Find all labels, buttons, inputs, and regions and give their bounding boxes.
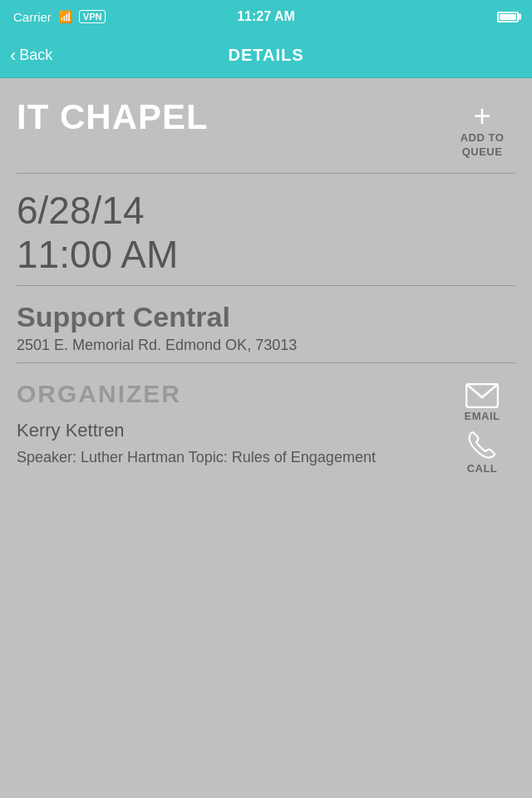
back-label: Back: [19, 47, 52, 64]
content-area: IT CHAPEL + ADD TO QUEUE 6/28/14 11:00 A…: [0, 78, 532, 798]
phone-icon: [468, 431, 496, 461]
event-date: 6/28/14: [17, 189, 515, 233]
back-button[interactable]: ‹ Back: [10, 47, 52, 65]
nav-bar: ‹ Back DETAILS: [0, 33, 532, 78]
organizer-details: Speaker: Luther Hartman Topic: Rules of …: [17, 446, 449, 468]
email-icon: [466, 383, 499, 408]
email-button[interactable]: EMAIL: [465, 383, 500, 422]
contact-buttons: EMAIL CALL: [449, 380, 515, 475]
location-name: Support Central: [17, 301, 515, 333]
plus-icon: +: [473, 101, 490, 131]
location-address: 2501 E. Memorial Rd. Edmond OK, 73013: [17, 337, 515, 354]
divider-1: [17, 173, 515, 174]
title-row: IT CHAPEL + ADD TO QUEUE: [17, 98, 515, 160]
organizer-section: ORGANIZER Kerry Kettren Speaker: Luther …: [17, 380, 449, 468]
call-button[interactable]: CALL: [467, 431, 498, 475]
nav-title: DETAILS: [228, 46, 303, 65]
add-to-queue-label: ADD TO QUEUE: [461, 131, 505, 160]
organizer-name: Kerry Kettren: [17, 420, 449, 441]
event-time: 11:00 AM: [17, 233, 515, 277]
location-section: Support Central 2501 E. Memorial Rd. Edm…: [17, 301, 515, 354]
add-to-queue-button[interactable]: + ADD TO QUEUE: [449, 98, 515, 160]
event-title: IT CHAPEL: [17, 98, 449, 136]
wifi-icon: 📶: [58, 10, 72, 23]
divider-2: [17, 285, 515, 286]
status-bar: Carrier 📶 VPN 11:27 AM: [0, 0, 532, 33]
battery-icon: [497, 12, 519, 22]
carrier-label: Carrier: [13, 10, 52, 24]
organizer-row: ORGANIZER Kerry Kettren Speaker: Luther …: [17, 380, 515, 475]
organizer-label: ORGANIZER: [17, 380, 449, 408]
status-time: 11:27 AM: [237, 9, 295, 24]
email-label: EMAIL: [465, 410, 500, 422]
status-right: [497, 12, 519, 22]
vpn-badge: VPN: [79, 10, 106, 23]
event-date-time: 6/28/14 11:00 AM: [17, 189, 515, 277]
back-chevron-icon: ‹: [10, 47, 16, 65]
status-left: Carrier 📶 VPN: [13, 10, 106, 24]
divider-3: [17, 362, 515, 363]
call-label: CALL: [467, 462, 498, 475]
